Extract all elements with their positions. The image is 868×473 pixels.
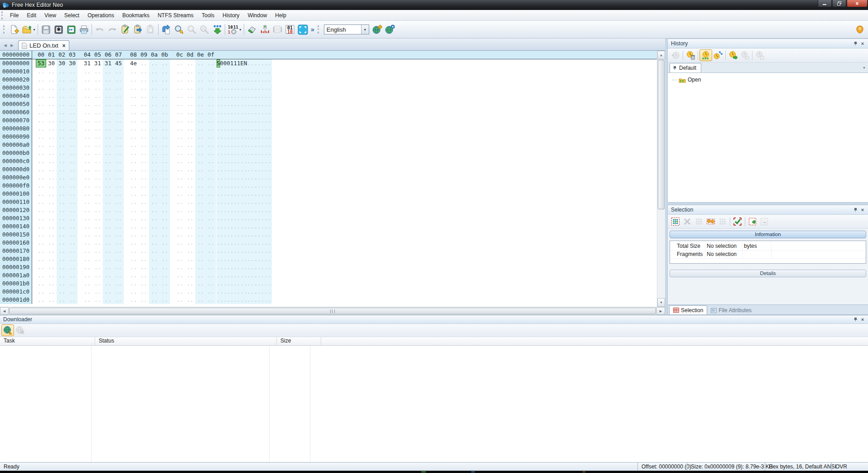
- hex-byte-cell[interactable]: ..: [185, 125, 195, 133]
- hex-byte-cell[interactable]: ..: [57, 133, 67, 141]
- hex-byte-cell[interactable]: ..: [82, 125, 92, 133]
- hex-byte-cell[interactable]: ..: [174, 263, 185, 271]
- ascii-column[interactable]: ................: [217, 280, 272, 288]
- upgrade-icon[interactable]: [854, 23, 866, 36]
- hex-byte-cell[interactable]: ..: [128, 214, 139, 222]
- hex-byte-cell[interactable]: ..: [113, 84, 124, 92]
- ascii-column[interactable]: ................: [217, 190, 272, 198]
- ascii-column[interactable]: ................: [217, 231, 272, 239]
- hex-byte-cell[interactable]: ..: [46, 149, 57, 157]
- hex-byte-cell[interactable]: ..: [185, 59, 195, 68]
- history-show-branches-button[interactable]: [712, 50, 724, 61]
- hex-byte-cell[interactable]: ..: [67, 100, 77, 108]
- hex-byte-cell[interactable]: ..: [195, 165, 206, 174]
- hex-byte-cell[interactable]: ..: [113, 280, 124, 288]
- history-tree-item-open[interactable]: Open: [672, 76, 868, 84]
- hex-byte-cell[interactable]: ..: [149, 271, 159, 280]
- hex-byte-cell[interactable]: ..: [185, 84, 195, 92]
- hex-byte-cell[interactable]: ..: [174, 92, 185, 100]
- horizontal-scroll-thumb[interactable]: [9, 308, 656, 314]
- hex-byte-cell[interactable]: ..: [206, 231, 216, 239]
- load-selection-button[interactable]: [747, 216, 758, 227]
- hex-byte-cell[interactable]: ..: [57, 100, 67, 108]
- hex-byte-cell[interactable]: ..: [57, 206, 67, 214]
- hex-byte-cell[interactable]: ..: [92, 263, 103, 271]
- hex-byte-cell[interactable]: ..: [206, 280, 216, 288]
- hex-byte-cell[interactable]: ..: [206, 149, 216, 157]
- hex-byte-cell[interactable]: ..: [113, 222, 124, 231]
- hex-byte-cell[interactable]: ..: [128, 174, 139, 182]
- hex-byte-cell[interactable]: ..: [57, 174, 67, 182]
- hex-byte-cell[interactable]: ..: [195, 263, 206, 271]
- hex-byte-cell[interactable]: ..: [195, 141, 206, 149]
- hex-byte-cell[interactable]: ..: [206, 288, 216, 296]
- hex-byte-cell[interactable]: ..: [206, 100, 216, 108]
- hex-byte-cell[interactable]: ..: [159, 271, 170, 280]
- hex-byte-cell[interactable]: ..: [206, 206, 216, 214]
- clear-selection-button[interactable]: [681, 216, 693, 227]
- hex-byte-cell[interactable]: ..: [92, 133, 103, 141]
- hex-byte-cell[interactable]: ..: [128, 206, 139, 214]
- hex-byte-cell[interactable]: ..: [46, 108, 57, 116]
- hex-byte-cell[interactable]: ..: [103, 84, 113, 92]
- menu-bookmarks[interactable]: Bookmarks: [118, 11, 154, 20]
- information-section-header[interactable]: Information: [670, 231, 866, 238]
- hex-byte-cell[interactable]: ..: [103, 263, 113, 271]
- hex-byte-cell[interactable]: ..: [67, 125, 77, 133]
- hex-byte-cell[interactable]: ..: [92, 214, 103, 222]
- hex-byte-cell[interactable]: ..: [195, 206, 206, 214]
- hex-byte-cell[interactable]: ..: [149, 59, 159, 68]
- hex-byte-cell[interactable]: ..: [103, 198, 113, 206]
- hex-byte-cell[interactable]: ..: [67, 206, 77, 214]
- hex-byte-cell[interactable]: ..: [67, 247, 77, 255]
- hex-byte-cell[interactable]: ..: [113, 141, 124, 149]
- hex-byte-cell[interactable]: ..: [46, 239, 57, 247]
- hex-byte-cell[interactable]: ..: [36, 68, 46, 76]
- hex-byte-cell[interactable]: ..: [206, 141, 216, 149]
- hex-byte-cell[interactable]: ..: [92, 247, 103, 255]
- hex-byte-cell[interactable]: ..: [185, 214, 195, 222]
- ascii-column[interactable]: ................: [217, 108, 272, 116]
- hex-byte-cell[interactable]: ..: [67, 108, 77, 116]
- hex-byte-cell[interactable]: ..: [82, 141, 92, 149]
- details-section-header[interactable]: Details: [670, 270, 866, 277]
- hex-byte-cell[interactable]: ..: [82, 280, 92, 288]
- hex-byte-cell[interactable]: ..: [67, 288, 77, 296]
- menu-tools[interactable]: Tools: [198, 11, 218, 20]
- hex-byte-cell[interactable]: ..: [57, 157, 67, 165]
- hex-byte-cell[interactable]: ..: [159, 198, 170, 206]
- hex-byte-cell[interactable]: ..: [139, 239, 149, 247]
- hex-byte-cell[interactable]: 30: [57, 59, 67, 68]
- hex-byte-cell[interactable]: ..: [159, 255, 170, 263]
- hex-byte-cell[interactable]: ..: [128, 239, 139, 247]
- hex-byte-cell[interactable]: ..: [206, 59, 216, 68]
- hex-byte-cell[interactable]: ..: [82, 206, 92, 214]
- hex-byte-cell[interactable]: ..: [57, 296, 67, 304]
- menu-ntfs-streams[interactable]: NTFS Streams: [154, 11, 198, 20]
- hex-byte-cell[interactable]: ..: [139, 247, 149, 255]
- hex-byte-cell[interactable]: ..: [36, 149, 46, 157]
- hex-byte-cell[interactable]: ..: [57, 288, 67, 296]
- hex-byte-cell[interactable]: ..: [195, 92, 206, 100]
- hex-byte-cell[interactable]: ..: [103, 231, 113, 239]
- hex-byte-cell[interactable]: ..: [82, 174, 92, 182]
- selection-pin-icon[interactable]: [852, 207, 859, 213]
- hex-byte-cell[interactable]: ..: [103, 247, 113, 255]
- hex-byte-cell[interactable]: ..: [139, 288, 149, 296]
- hex-byte-cell[interactable]: ..: [67, 222, 77, 231]
- status-overwrite-mode[interactable]: OVR: [831, 463, 868, 471]
- hex-byte-cell[interactable]: ..: [128, 280, 139, 288]
- hex-byte-cell[interactable]: ..: [46, 141, 57, 149]
- hex-byte-cell[interactable]: ..: [67, 76, 77, 84]
- hex-byte-cell[interactable]: ..: [92, 116, 103, 125]
- hex-byte-cell[interactable]: ..: [174, 149, 185, 157]
- menu-window[interactable]: Window: [244, 11, 271, 20]
- hex-byte-cell[interactable]: ..: [36, 125, 46, 133]
- hex-byte-cell[interactable]: ..: [57, 239, 67, 247]
- menu-help[interactable]: Help: [271, 11, 290, 20]
- hex-byte-cell[interactable]: ..: [82, 271, 92, 280]
- hex-byte-cell[interactable]: ..: [36, 296, 46, 304]
- hex-byte-cell[interactable]: ..: [185, 108, 195, 116]
- menu-edit[interactable]: Edit: [23, 11, 40, 20]
- hex-byte-cell[interactable]: ..: [36, 263, 46, 271]
